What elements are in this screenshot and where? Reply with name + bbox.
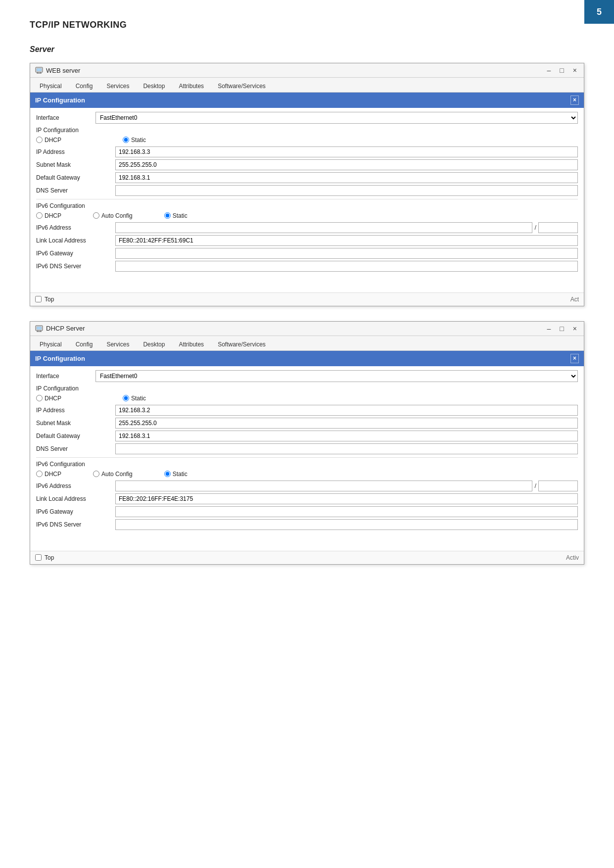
- dhcp-server-gateway-input[interactable]: [115, 431, 578, 441]
- web-server-ipv6-static-radio[interactable]: [164, 212, 171, 219]
- dhcp-server-ipv6-auto-option[interactable]: Auto Config: [93, 471, 133, 478]
- dhcp-server-ipv6-auto-radio[interactable]: [93, 471, 99, 477]
- dhcp-server-link-local-input[interactable]: [115, 493, 578, 504]
- web-server-top-checkbox[interactable]: [35, 296, 42, 302]
- dhcp-server-dhcp-option[interactable]: DHCP: [36, 395, 61, 402]
- web-server-static-label: Static: [131, 137, 146, 144]
- web-server-minimize-btn[interactable]: –: [545, 67, 553, 74]
- dhcp-server-dns-row: DNS Server: [36, 443, 578, 454]
- web-server-spacer: [36, 274, 578, 289]
- dhcp-server-title-left: DHCP Server: [35, 325, 85, 333]
- web-server-dhcp-option[interactable]: DHCP: [36, 137, 61, 144]
- web-server-config-header: IP Configuration ×: [30, 93, 584, 108]
- tab-software-services-ds[interactable]: Software/Services: [211, 338, 272, 350]
- dhcp-server-interface-select[interactable]: FastEthernet0: [95, 370, 578, 382]
- section-title: Server: [30, 45, 584, 54]
- web-server-subnet-mask-row: Subnet Mask: [36, 159, 578, 170]
- web-server-ipv6-gateway-label: IPv6 Gateway: [36, 250, 115, 257]
- web-server-dhcp-radio[interactable]: [36, 137, 43, 143]
- dhcp-server-title: DHCP Server: [46, 325, 85, 332]
- web-server-dns-input[interactable]: [115, 185, 578, 196]
- dhcp-server-ipv6-static-radio[interactable]: [164, 471, 171, 477]
- dhcp-server-ipv6-gateway-value: [115, 506, 578, 517]
- dhcp-server-gateway-value: [115, 431, 578, 441]
- tab-physical-ds[interactable]: Physical: [33, 338, 68, 350]
- web-server-ipv6-dhcp-radio[interactable]: [36, 212, 43, 219]
- web-server-ipv6-gateway-value: [115, 248, 578, 259]
- dhcp-server-ipv6-static-option[interactable]: Static: [164, 471, 188, 478]
- tab-desktop-ws[interactable]: Desktop: [137, 80, 171, 92]
- web-server-static-radio[interactable]: [123, 137, 129, 143]
- web-server-ipv6-auto-radio[interactable]: [93, 212, 99, 219]
- dhcp-server-config-body: Interface FastEthernet0 IP Configuration…: [30, 366, 584, 551]
- web-server-ipv6-auto-option[interactable]: Auto Config: [93, 212, 133, 219]
- web-server-title: WEB server: [46, 67, 80, 74]
- web-server-maximize-btn[interactable]: □: [558, 67, 566, 74]
- web-server-static-option[interactable]: Static: [123, 137, 146, 144]
- web-server-gateway-input[interactable]: [115, 172, 578, 183]
- web-server-config-close-btn[interactable]: ×: [570, 96, 579, 105]
- dhcp-server-ipv6-dhcp-radio[interactable]: [36, 471, 43, 477]
- web-server-ipv6-sep: /: [534, 224, 536, 231]
- dhcp-server-ipv6-dns-row: IPv6 DNS Server: [36, 519, 578, 530]
- web-server-ipv6-address-label: IPv6 Address: [36, 224, 115, 231]
- dhcp-server-static-radio[interactable]: [123, 395, 129, 401]
- dhcp-server-ipv6-address-row: IPv6 Address /: [36, 481, 578, 491]
- web-server-link-local-input[interactable]: [115, 235, 578, 246]
- dhcp-server-config-close-btn[interactable]: ×: [570, 354, 579, 363]
- dhcp-server-titlebar: DHCP Server – □ ×: [30, 322, 584, 336]
- dhcp-server-dns-input[interactable]: [115, 443, 578, 454]
- dhcp-server-gateway-row: Default Gateway: [36, 431, 578, 441]
- dhcp-server-dhcp-radio[interactable]: [36, 395, 43, 401]
- tab-physical-ws[interactable]: Physical: [33, 80, 68, 92]
- dhcp-server-ipv6-dhcp-option[interactable]: DHCP: [36, 471, 61, 478]
- dhcp-server-link-local-row: Link Local Address: [36, 493, 578, 504]
- dhcp-server-minimize-btn[interactable]: –: [545, 325, 553, 332]
- dhcp-server-ip-address-input[interactable]: [115, 405, 578, 416]
- web-server-ipv6-address-input[interactable]: [115, 222, 532, 233]
- dhcp-server-static-option[interactable]: Static: [123, 395, 146, 402]
- web-server-close-btn[interactable]: ×: [571, 67, 579, 74]
- dhcp-server-maximize-btn[interactable]: □: [558, 325, 566, 332]
- tab-services-ds[interactable]: Services: [100, 338, 136, 350]
- web-server-subnet-mask-value: [115, 159, 578, 170]
- tab-config-ds[interactable]: Config: [69, 338, 99, 350]
- dhcp-server-ipv6-prefix-input[interactable]: [538, 481, 578, 491]
- web-server-ipv6-gateway-input[interactable]: [115, 248, 578, 259]
- dhcp-server-top-checkbox[interactable]: [35, 554, 42, 561]
- dhcp-server-ipv6-dns-value: [115, 519, 578, 530]
- web-server-link-local-label: Link Local Address: [36, 237, 115, 244]
- web-server-ipv6-dns-value: [115, 261, 578, 272]
- dhcp-server-ipv6-auto-label: Auto Config: [101, 471, 133, 478]
- tab-config-ws[interactable]: Config: [69, 80, 99, 92]
- web-server-link-local-value: [115, 235, 578, 246]
- web-server-interface-row: Interface FastEthernet0: [36, 112, 578, 124]
- web-server-ipv6-static-option[interactable]: Static: [164, 212, 188, 219]
- dhcp-server-ipv6-address-input[interactable]: [115, 481, 532, 491]
- tab-desktop-ds[interactable]: Desktop: [137, 338, 171, 350]
- web-server-interface-select[interactable]: FastEthernet0: [95, 112, 578, 124]
- dhcp-server-ipv6-dns-input[interactable]: [115, 519, 578, 530]
- dhcp-server-interface-label: Interface: [36, 373, 95, 380]
- dhcp-server-ipv6-gateway-input[interactable]: [115, 506, 578, 517]
- tab-software-services-ws[interactable]: Software/Services: [211, 80, 272, 92]
- dhcp-server-subnet-mask-row: Subnet Mask: [36, 418, 578, 429]
- tab-services-ws[interactable]: Services: [100, 80, 136, 92]
- dhcp-server-ip-address-row: IP Address: [36, 405, 578, 416]
- web-server-ipv6-prefix-input[interactable]: [538, 222, 578, 233]
- web-server-ipv6-dhcp-option[interactable]: DHCP: [36, 212, 61, 219]
- dhcp-server-dhcp-label: DHCP: [45, 395, 61, 402]
- web-server-ipv6-dhcp-label: DHCP: [45, 212, 61, 219]
- dhcp-server-subnet-mask-input[interactable]: [115, 418, 578, 429]
- dhcp-server-link-local-value: [115, 493, 578, 504]
- dhcp-server-ipv6-address-label: IPv6 Address: [36, 482, 115, 489]
- svg-rect-6: [37, 327, 42, 330]
- web-server-subnet-mask-input[interactable]: [115, 159, 578, 170]
- tab-attributes-ds[interactable]: Attributes: [172, 338, 210, 350]
- dhcp-server-close-btn[interactable]: ×: [571, 325, 579, 332]
- web-server-interface-label: Interface: [36, 114, 95, 121]
- web-server-ip-config-subtitle: IP Configuration: [36, 127, 578, 134]
- web-server-ipv6-dns-input[interactable]: [115, 261, 578, 272]
- web-server-ip-address-input[interactable]: [115, 146, 578, 157]
- tab-attributes-ws[interactable]: Attributes: [172, 80, 210, 92]
